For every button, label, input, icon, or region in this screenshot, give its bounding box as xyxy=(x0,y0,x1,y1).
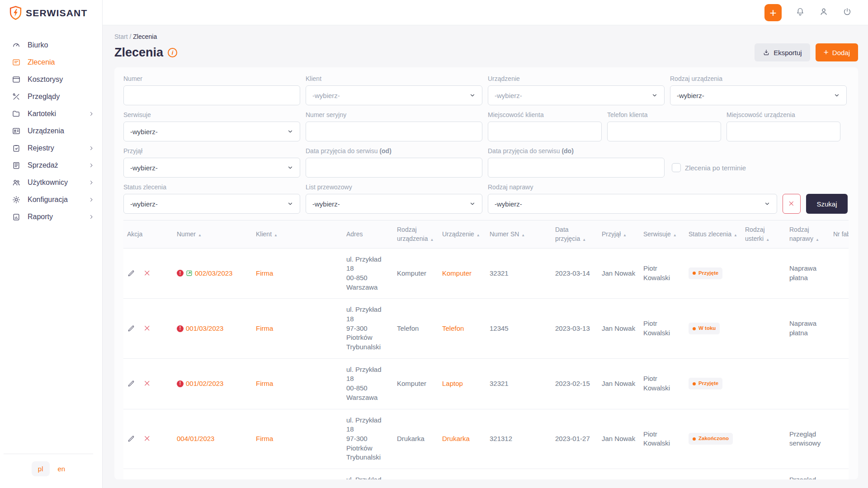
user-profile-icon[interactable] xyxy=(819,7,829,19)
column-header-klient[interactable]: Klient▲ xyxy=(252,221,343,249)
sort-asc-icon: ▲ xyxy=(430,238,434,242)
address-cell: ul. Przykład 1897-300 Piotrków Trybunals… xyxy=(343,299,393,358)
miejscowość-klienta-input[interactable] xyxy=(488,122,602,141)
delete-order-button[interactable] xyxy=(143,324,151,333)
page-header: Zlecenia i Eksportuj + Dodaj xyxy=(114,43,858,61)
overdue-checkbox[interactable] xyxy=(672,163,681,172)
order-number-link[interactable]: 002/03/2023 xyxy=(195,269,232,278)
status-badge: W toku xyxy=(689,323,720,334)
rodzaj-naprawy-select[interactable]: -wybierz- xyxy=(488,194,777,214)
sidebar-item-kartoteki[interactable]: Kartoteki xyxy=(0,105,102,122)
column-header-rodzaj_naprawy[interactable]: Rodzaj naprawy▲ xyxy=(786,221,830,249)
sidebar-item-zlecenia[interactable]: Zlecenia xyxy=(0,54,102,71)
delete-order-button[interactable] xyxy=(143,269,151,277)
numer-seryjny-input[interactable] xyxy=(306,122,482,141)
device-link[interactable]: Telefon xyxy=(442,324,464,332)
rodzaj-urządzenia-select[interactable]: -wybierz- xyxy=(670,85,847,105)
accepted-by-cell: Jan Nowak xyxy=(598,358,640,409)
notifications-bell-icon[interactable] xyxy=(795,7,805,19)
device-link[interactable]: Komputer xyxy=(442,269,472,277)
filter-field-telefon-klienta: Telefon klienta xyxy=(607,111,721,141)
client-link[interactable]: Firma xyxy=(256,324,273,332)
sidebar-item-raporty[interactable]: Raporty xyxy=(0,208,102,225)
edit-order-button[interactable] xyxy=(127,324,135,333)
column-header-serwisuje[interactable]: Serwisuje▲ xyxy=(640,221,685,249)
column-header-rodzaj_usterki[interactable]: Rodzaj usterki▲ xyxy=(741,221,786,249)
serwisuje-select[interactable]: -wybierz- xyxy=(123,122,300,141)
miejscowość-urządzenia-input[interactable] xyxy=(726,122,840,141)
device-link[interactable]: Laptop xyxy=(442,380,463,387)
sidebar-item-przegl-dy[interactable]: Przeglądy xyxy=(0,88,102,105)
table-row: !002/03/2023Firmaul. Przykład 1800-850 W… xyxy=(123,248,849,299)
filter-field-serwisuje: Serwisuje-wybierz- xyxy=(123,111,300,141)
data-przyjęcia-do-serwisu-input[interactable] xyxy=(488,158,665,178)
order-number-link[interactable]: 004/01/2023 xyxy=(177,434,214,444)
telefon-klienta-input[interactable] xyxy=(607,122,721,141)
sidebar-item-konfiguracja[interactable]: Konfiguracja xyxy=(0,191,102,208)
sidebar-item-label: Urządzenia xyxy=(28,127,64,135)
column-header-numer[interactable]: Numer▲ xyxy=(173,221,252,249)
clear-filters-button[interactable] xyxy=(783,194,801,214)
language-switcher: pl en xyxy=(4,454,93,488)
info-icon[interactable]: i xyxy=(168,48,177,57)
column-header-numer_sn[interactable]: Numer SN▲ xyxy=(486,221,552,249)
edit-order-button[interactable] xyxy=(127,380,135,388)
serial-number-cell xyxy=(486,469,552,479)
pencil-icon xyxy=(127,324,135,333)
sort-asc-icon: ▲ xyxy=(198,233,202,237)
klient-select[interactable]: -wybierz- xyxy=(306,85,482,105)
breadcrumb-home-link[interactable]: Start xyxy=(114,33,128,40)
client-link[interactable]: Firma xyxy=(256,435,273,442)
list-przewozowy-select[interactable]: -wybierz- xyxy=(306,194,482,214)
lang-pl-button[interactable]: pl xyxy=(32,461,50,476)
open-in-new-icon[interactable] xyxy=(186,270,193,277)
column-header-urzadzenie[interactable]: Urządzenie▲ xyxy=(439,221,486,249)
sort-asc-icon: ▲ xyxy=(734,233,737,237)
status-zlecenia-select[interactable]: -wybierz- xyxy=(123,194,300,214)
factory-number-cell xyxy=(830,469,849,479)
quick-add-button[interactable]: + xyxy=(764,4,782,21)
checkbox-label: Zlecenia po terminie xyxy=(685,164,746,172)
chevron-down-icon xyxy=(287,164,293,171)
x-icon xyxy=(143,324,151,333)
serviced-by-cell: Malinowski xyxy=(640,469,685,479)
edit-order-button[interactable] xyxy=(127,435,135,443)
sidebar-item-rejestry[interactable]: Rejestry xyxy=(0,140,102,157)
gear-icon xyxy=(12,195,21,204)
przyjął-select[interactable]: -wybierz- xyxy=(123,158,300,178)
repair-type-cell: Naprawa płatna xyxy=(786,248,830,299)
numer-input[interactable] xyxy=(123,85,300,105)
page-content: Start / Zlecenia Zlecenia i Eksportuj + xyxy=(103,25,868,479)
sidebar-item-urz-dzenia[interactable]: Urządzenia xyxy=(0,122,102,140)
sidebar-item-kosztorysy[interactable]: Kosztorysy xyxy=(0,71,102,88)
filter-label: Urządzenie xyxy=(488,75,665,83)
search-button[interactable]: Szukaj xyxy=(806,194,848,214)
client-link[interactable]: Firma xyxy=(256,380,273,387)
delete-order-button[interactable] xyxy=(143,435,151,443)
edit-order-button[interactable] xyxy=(127,269,135,277)
column-header-przyjal[interactable]: Przyjął▲ xyxy=(598,221,640,249)
chevron-down-icon xyxy=(764,201,770,207)
sidebar-item-biurko[interactable]: Biurko xyxy=(0,37,102,54)
column-header-data_przyjecia[interactable]: Data przyjęcia▲ xyxy=(552,221,598,249)
column-header-status[interactable]: Status zlecenia▲ xyxy=(685,221,741,249)
logout-power-icon[interactable] xyxy=(842,7,852,19)
add-button[interactable]: + Dodaj xyxy=(816,43,858,61)
column-header-rodzaj_urzadzenia[interactable]: Rodzaj urządzenia▲ xyxy=(393,221,439,249)
order-number-link[interactable]: 001/02/2023 xyxy=(186,379,223,389)
export-button[interactable]: Eksportuj xyxy=(755,43,810,61)
sidebar-item-sprzeda-[interactable]: Sprzedaż xyxy=(0,157,102,174)
device-link[interactable]: Drukarka xyxy=(442,435,470,442)
inspections-icon xyxy=(12,92,21,101)
sidebar-item-u-ytkownicy[interactable]: Użytkownicy xyxy=(0,174,102,191)
delete-order-button[interactable] xyxy=(143,380,151,388)
lang-en-button[interactable]: en xyxy=(58,465,66,473)
header-actions: Eksportuj + Dodaj xyxy=(755,43,858,61)
order-number-link[interactable]: 001/03/2023 xyxy=(186,324,223,333)
intake-date-cell: 2023-03-14 xyxy=(552,248,598,299)
client-link[interactable]: Firma xyxy=(256,269,273,277)
urządzenie-select[interactable]: -wybierz- xyxy=(488,85,665,105)
filter-field-numer: Numer xyxy=(123,75,300,105)
table-row: !001/02/2023Firmaul. Przykład 1800-850 W… xyxy=(123,358,849,409)
data-przyjęcia-do-serwisu-input[interactable] xyxy=(306,158,482,178)
